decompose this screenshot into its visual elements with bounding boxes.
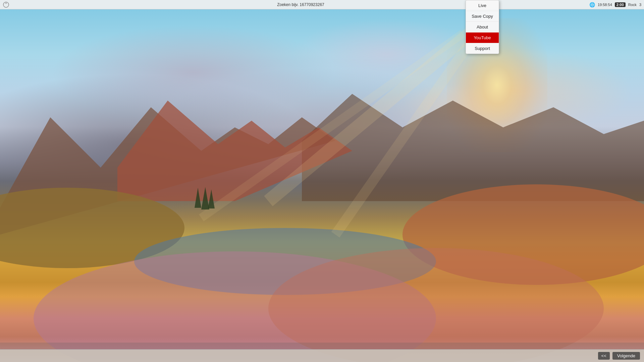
landscape-svg bbox=[0, 0, 644, 362]
menu-item-save-copy[interactable]: Save Copy bbox=[466, 11, 499, 22]
topbar-right: 🌐 19:58:54 2:00 Rock 3 bbox=[589, 2, 641, 7]
timer-badge[interactable]: 2:00 bbox=[615, 2, 626, 7]
track-name: Rock bbox=[628, 3, 637, 7]
clock-time: 19:58:54 bbox=[598, 3, 612, 7]
noise-bar bbox=[0, 343, 644, 349]
search-text: Zoeken bijv. 16770923267 bbox=[12, 2, 589, 7]
menu-item-support[interactable]: Support bbox=[466, 43, 499, 54]
menu-item-youtube[interactable]: YouTube bbox=[466, 33, 499, 43]
app-icon bbox=[3, 1, 9, 8]
dropdown-menu: Live Save Copy About YouTube Support bbox=[466, 0, 499, 54]
bottombar: << Volgende bbox=[0, 349, 644, 362]
topbar: Zoeken bijv. 16770923267 🌐 19:58:54 2:00… bbox=[0, 0, 644, 9]
track-number: 3 bbox=[639, 3, 641, 7]
next-button[interactable]: Volgende bbox=[612, 352, 640, 360]
menu-item-about[interactable]: About bbox=[466, 22, 499, 33]
globe-icon: 🌐 bbox=[589, 2, 595, 7]
prev-button[interactable]: << bbox=[598, 352, 610, 360]
menu-item-live[interactable]: Live bbox=[466, 0, 499, 11]
